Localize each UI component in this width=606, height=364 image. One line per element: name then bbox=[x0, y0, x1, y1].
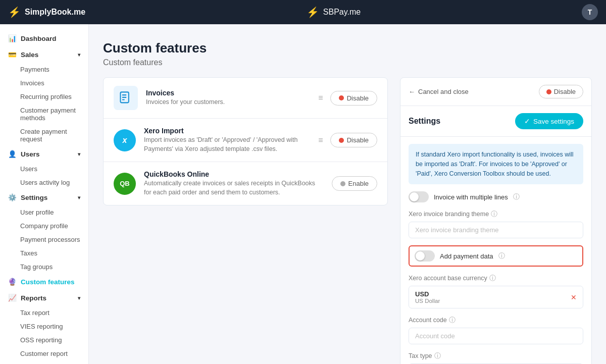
xero-info: Xero Import Import invoices as 'Draft' o… bbox=[144, 127, 308, 153]
chevron-down-icon: ▾ bbox=[78, 195, 80, 200]
info-icon[interactable]: ⓘ bbox=[498, 251, 505, 261]
info-icon[interactable]: ⓘ bbox=[491, 210, 497, 219]
cancel-close-label: Cancel and close bbox=[418, 88, 469, 95]
logo[interactable]: ⚡ SimplyBook.me bbox=[8, 6, 85, 18]
logo-icon: ⚡ bbox=[8, 6, 21, 18]
center-brand: ⚡ SBPay.me bbox=[307, 6, 361, 18]
sidebar-section-reports[interactable]: 📈 Reports ▾ bbox=[0, 290, 88, 306]
disable-label: Disable bbox=[554, 88, 576, 95]
sidebar-item-tag-groups[interactable]: Tag groups bbox=[0, 260, 88, 274]
quickbooks-desc: Automatically create invoices or sales r… bbox=[144, 179, 324, 197]
sidebar-item-tax-report[interactable]: Tax report bbox=[0, 306, 88, 320]
power-dot bbox=[339, 138, 344, 143]
power-dot bbox=[340, 181, 345, 186]
invoices-info: Invoices Invoices for your customers. bbox=[146, 89, 308, 107]
quickbooks-name: QuickBooks Online bbox=[144, 170, 324, 178]
info-icon[interactable]: ⓘ bbox=[513, 192, 520, 201]
reports-icon: 📈 bbox=[8, 294, 17, 302]
currency-clear-icon[interactable]: ✕ bbox=[571, 293, 577, 301]
chevron-down-icon: ▾ bbox=[78, 151, 80, 157]
sidebar-item-create-payment-request[interactable]: Create payment request bbox=[0, 125, 88, 146]
sidebar-item-subscription-metrics[interactable]: Subscription Metrics bbox=[0, 360, 88, 364]
xero-branding-input[interactable] bbox=[409, 222, 583, 238]
sidebar-item-payment-processors[interactable]: Payment processors bbox=[0, 233, 88, 246]
custom-features-label: Custom features bbox=[21, 278, 75, 286]
settings-icon: ⚙️ bbox=[8, 193, 17, 201]
cancel-close-button[interactable]: ← Cancel and close bbox=[409, 88, 469, 95]
feature-card-invoices: Invoices Invoices for your customers. ≡ … bbox=[104, 78, 387, 119]
panel-settings-row: Settings ✓ Save settings bbox=[400, 106, 591, 137]
xero-disable-button[interactable]: Disable bbox=[330, 133, 377, 147]
chevron-down-icon: ▾ bbox=[78, 295, 80, 301]
user-avatar[interactable]: T bbox=[582, 4, 598, 20]
panel-body: If standard Xero import functionality is… bbox=[400, 137, 591, 364]
quickbooks-info: QuickBooks Online Automatically create i… bbox=[144, 170, 324, 197]
sidebar-item-recurring-profiles[interactable]: Recurring profiles bbox=[0, 90, 88, 103]
sidebar-item-users-activity-log[interactable]: Users activity log bbox=[0, 176, 88, 189]
main-content: Custom features Custom features bbox=[89, 24, 606, 364]
currency-code: USD bbox=[415, 290, 440, 298]
save-settings-button[interactable]: ✓ Save settings bbox=[515, 113, 583, 129]
info-icon[interactable]: ⓘ bbox=[449, 316, 456, 325]
sbpay-icon: ⚡ bbox=[307, 6, 319, 18]
add-payment-data-toggle[interactable] bbox=[415, 250, 435, 262]
xero-name: Xero Import bbox=[144, 127, 308, 135]
save-label: Save settings bbox=[533, 118, 574, 125]
sidebar-item-customer-payment-methods[interactable]: Customer payment methods bbox=[0, 103, 88, 125]
xero-branding-label: Xero invoice branding theme ⓘ bbox=[409, 210, 583, 219]
invoices-disable-button[interactable]: Disable bbox=[330, 91, 377, 106]
feature-card-quickbooks: QB QuickBooks Online Automatically creat… bbox=[104, 162, 387, 205]
page-title: Custom features bbox=[103, 40, 592, 56]
sidebar-item-company-profile[interactable]: Company profile bbox=[0, 219, 88, 233]
sales-icon: 💳 bbox=[8, 50, 17, 59]
content-row: Invoices Invoices for your customers. ≡ … bbox=[103, 77, 592, 364]
filter-icon[interactable]: ≡ bbox=[316, 134, 325, 147]
sidebar-section-custom-features[interactable]: 🔮 Custom features bbox=[0, 274, 88, 290]
sidebar-item-vies-reporting[interactable]: VIES reporting bbox=[0, 320, 88, 333]
info-text: If standard Xero import functionality is… bbox=[416, 151, 574, 177]
power-dot bbox=[339, 95, 344, 100]
dashboard-label: Dashboard bbox=[21, 35, 57, 42]
quickbooks-enable-button[interactable]: Enable bbox=[332, 176, 377, 191]
sidebar-item-customer-report[interactable]: Customer report bbox=[0, 347, 88, 360]
sidebar-item-users[interactable]: Users bbox=[0, 162, 88, 176]
logo-text: SimplyBook.me bbox=[25, 8, 85, 17]
invoices-name: Invoices bbox=[146, 89, 308, 97]
xero-desc: Import invoices as 'Draft' or 'Approved'… bbox=[144, 136, 308, 153]
toggle-thumb bbox=[416, 251, 425, 261]
invoices-desc: Invoices for your customers. bbox=[146, 98, 308, 107]
sidebar-item-dashboard[interactable]: 📊 Dashboard bbox=[0, 30, 88, 46]
xero-actions: ≡ Disable bbox=[316, 133, 377, 147]
users-label: Users bbox=[21, 150, 40, 158]
settings-label: Settings bbox=[409, 117, 440, 126]
sidebar-item-user-profile[interactable]: User profile bbox=[0, 205, 88, 219]
sidebar-item-invoices[interactable]: Invoices bbox=[0, 76, 88, 90]
invoices-feature-icon bbox=[114, 86, 138, 110]
sidebar-item-oss-reporting[interactable]: OSS reporting bbox=[0, 333, 88, 347]
account-code-label: Account code ⓘ bbox=[409, 316, 583, 325]
info-icon[interactable]: ⓘ bbox=[489, 274, 496, 283]
invoices-actions: ≡ Disable bbox=[316, 91, 377, 106]
sidebar-item-payments[interactable]: Payments bbox=[0, 63, 88, 76]
power-dot bbox=[546, 89, 551, 94]
right-panel: ← Cancel and close Disable Settings ✓ Sa… bbox=[400, 77, 592, 364]
tax-type-label: Tax type ⓘ bbox=[409, 351, 583, 360]
info-icon[interactable]: ⓘ bbox=[434, 351, 441, 360]
top-navigation: ⚡ SimplyBook.me ⚡ SBPay.me T bbox=[0, 0, 606, 24]
currency-select[interactable]: USD US Dollar ✕ bbox=[409, 286, 583, 308]
chevron-down-icon: ▾ bbox=[78, 52, 80, 58]
center-brand-text: SBPay.me bbox=[323, 8, 361, 17]
panel-header: ← Cancel and close Disable bbox=[400, 78, 591, 106]
invoice-multiple-lines-label: Invoice with multiple lines bbox=[434, 193, 508, 201]
sidebar-section-sales[interactable]: 💳 Sales ▾ bbox=[0, 46, 88, 63]
sidebar-section-settings[interactable]: ⚙️ Settings ▾ bbox=[0, 189, 88, 205]
invoice-multiple-lines-toggle[interactable] bbox=[409, 191, 429, 202]
panel-disable-button[interactable]: Disable bbox=[539, 85, 583, 98]
info-box: If standard Xero import functionality is… bbox=[409, 144, 583, 184]
xero-currency-label: Xero account base currency ⓘ bbox=[409, 274, 583, 283]
sidebar-section-users[interactable]: 👤 Users ▾ bbox=[0, 146, 88, 162]
sidebar-item-taxes[interactable]: Taxes bbox=[0, 246, 88, 260]
arrow-left-icon: ← bbox=[409, 88, 415, 95]
filter-icon[interactable]: ≡ bbox=[316, 91, 325, 105]
account-code-input[interactable] bbox=[409, 328, 583, 344]
